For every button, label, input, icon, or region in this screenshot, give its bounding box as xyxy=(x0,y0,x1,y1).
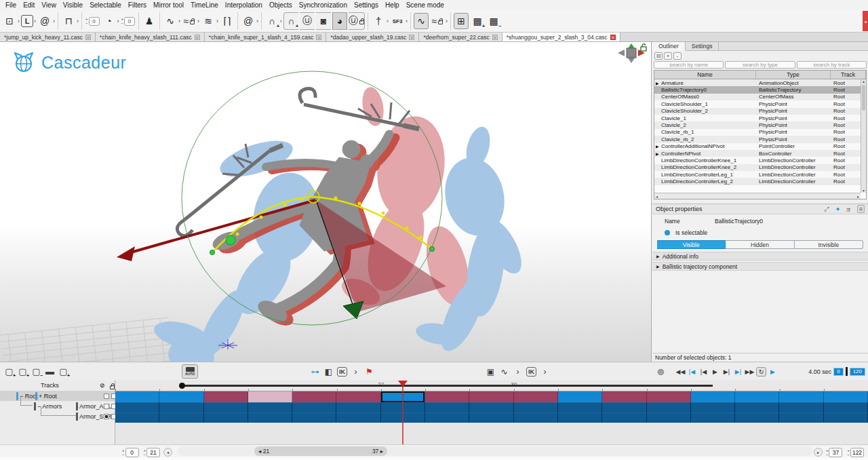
frame-cell[interactable] xyxy=(691,402,735,413)
table-vertical-scrollbar[interactable]: ▲▼ xyxy=(861,79,866,193)
trajectory-tool[interactable]: ∿ xyxy=(163,13,178,29)
tab-close-icon[interactable]: x xyxy=(409,35,414,40)
table-row[interactable]: Clavicle_2 PhysicPoint Root xyxy=(654,121,866,128)
track-visibility-checkbox[interactable] xyxy=(104,404,109,409)
tab-close-icon[interactable]: x xyxy=(492,35,498,40)
remove-interval-button[interactable]: ▢− xyxy=(31,366,41,377)
frame-cell[interactable] xyxy=(248,402,292,413)
tool-chevron[interactable]: › xyxy=(216,18,218,24)
frame-cell[interactable] xyxy=(824,391,868,402)
viewport-scene[interactable] xyxy=(0,42,652,362)
track-row-armor-str[interactable]: Armor_STR xyxy=(0,411,115,421)
frame-cell[interactable] xyxy=(779,413,823,423)
frame-cell[interactable] xyxy=(602,391,646,402)
visibility-option-button[interactable]: Invisible xyxy=(795,240,863,249)
add-interval-after-button[interactable]: ▢+ xyxy=(18,366,28,377)
lock-column-icon[interactable] xyxy=(110,385,115,389)
frame-cell[interactable] xyxy=(558,413,602,423)
tool-chevron[interactable]: › xyxy=(18,18,20,24)
menu-item[interactable]: Filters xyxy=(125,1,150,9)
frame-cell[interactable] xyxy=(647,402,691,413)
interval-add-tool[interactable]: ∩ + xyxy=(283,12,298,30)
frame-cell[interactable] xyxy=(647,391,691,402)
ik-mode-chevron[interactable]: › xyxy=(540,367,550,377)
table-row[interactable]: LimbDirectionControllerLeg_2 LimbDirecti… xyxy=(654,178,866,185)
frame-cell[interactable] xyxy=(735,402,779,413)
scroll-left-button[interactable]: ◂ xyxy=(163,448,172,457)
name-value[interactable]: BallisticTrajectory0 xyxy=(715,218,763,225)
frame-cell[interactable] xyxy=(735,413,779,423)
menu-item[interactable]: Scene mode xyxy=(403,1,448,9)
frame-cell[interactable] xyxy=(336,402,380,413)
fulcrum-point-tool[interactable]: † xyxy=(371,13,386,29)
menu-item[interactable]: View xyxy=(38,1,60,9)
menu-item[interactable]: Selectable xyxy=(86,1,125,9)
visible-end-spinner[interactable]: +− 37 xyxy=(826,448,843,457)
panel-tab[interactable]: Settings xyxy=(686,42,719,50)
interval-spinner-left[interactable]: +− 0 xyxy=(85,17,100,26)
tool-chevron[interactable]: › xyxy=(446,18,448,24)
pie-snap-tool[interactable]: ◕ xyxy=(332,12,347,30)
start-frame-spinner[interactable]: +− 0 xyxy=(122,448,139,457)
table-row[interactable]: LimbDirectionControllerKnee_2 LimbDirect… xyxy=(654,164,866,171)
file-tab[interactable]: *jump_up_kick_heavy_11.casc x xyxy=(0,33,96,41)
file-tab[interactable]: *dadao_upper_slash_19.casc x xyxy=(326,33,419,41)
frame-cell[interactable] xyxy=(425,413,469,423)
timeline-ruler[interactable]: 2730 xyxy=(115,380,868,391)
viewport-3d[interactable]: Cascadeur xyxy=(0,42,652,362)
frame-cell[interactable] xyxy=(248,391,292,402)
tool-chevron[interactable]: › xyxy=(406,18,408,24)
frame-cell[interactable] xyxy=(824,402,868,413)
visibility-column-icon[interactable]: ⊘ xyxy=(100,382,105,389)
autoposing-tool[interactable]: @ xyxy=(37,13,52,29)
selection-tool[interactable]: ⊡ xyxy=(2,13,17,29)
ghost-frames-tool[interactable]: ⌈⌉ xyxy=(220,13,235,29)
frame-cell[interactable] xyxy=(469,402,513,413)
table-row[interactable]: LimbDirectionControllerKnee_1 LimbDirect… xyxy=(654,157,866,164)
menu-item[interactable]: Interpolation xyxy=(222,1,266,9)
frame-cell[interactable] xyxy=(204,413,248,423)
rewind-button[interactable]: ◀◀ xyxy=(675,368,686,375)
expand-arrow-icon[interactable]: ▶ xyxy=(656,151,659,156)
expand-arrow-icon[interactable]: ▶ xyxy=(656,144,659,149)
interval-spinner-right[interactable]: +− 0 xyxy=(121,17,136,26)
mascot-ghost-icon[interactable]: ☻ xyxy=(655,366,667,378)
end-frame-spinner[interactable]: +− 122 xyxy=(847,448,864,457)
secondary-physics-tool[interactable]: SF3 xyxy=(390,13,405,29)
timeline-scrollbar-thumb[interactable]: ◂ 21 37 ▸ xyxy=(254,446,387,456)
frame-cell[interactable] xyxy=(159,413,203,423)
point-settings-icon[interactable]: ● xyxy=(836,206,840,212)
collapsible-section-header[interactable]: ▶ Additional info xyxy=(652,252,868,261)
character-tool[interactable]: ♟ xyxy=(142,13,157,29)
table-row[interactable]: ▶Armature AnimationObject Root xyxy=(654,79,866,86)
fill-interval-button[interactable]: ▬ xyxy=(45,366,55,377)
visible-start-spinner[interactable]: +− 21 xyxy=(144,448,161,457)
interval-line[interactable] xyxy=(182,385,713,387)
table-row[interactable]: ▶ControllerAdditionalNPivot PointControl… xyxy=(654,143,866,150)
frame-cell[interactable] xyxy=(514,402,558,413)
frame-cell[interactable] xyxy=(115,413,159,423)
tool-chevron[interactable]: › xyxy=(53,18,55,24)
frame-cell[interactable] xyxy=(469,391,513,402)
box-snap-tool[interactable]: ◙ xyxy=(316,12,331,30)
column-header-name[interactable]: Name xyxy=(654,71,756,79)
root-track-label[interactable]: + Root xyxy=(39,393,57,400)
fast-forward-button[interactable]: ▶▶ xyxy=(745,368,755,375)
frame-cell[interactable] xyxy=(248,413,292,423)
toolbar-collapse-button[interactable]: ◂ xyxy=(863,11,868,31)
frame-cell[interactable] xyxy=(602,402,646,413)
loop-button[interactable]: ↻ xyxy=(756,367,766,377)
expand-all-button[interactable]: + xyxy=(664,52,672,60)
frame-cell[interactable] xyxy=(425,402,469,413)
rotation-center-tool[interactable]: @ xyxy=(241,13,256,29)
add-interval-button[interactable]: ▢+ xyxy=(4,366,14,377)
menu-item[interactable]: Settings xyxy=(351,1,382,9)
range-divider[interactable] xyxy=(846,367,848,376)
menu-item[interactable]: Help xyxy=(382,1,403,9)
table-row[interactable]: BallisticTrajectory0 BallisticTrajectory… xyxy=(654,86,866,93)
tab-close-icon[interactable]: x xyxy=(610,35,616,40)
interpolation-curve-button[interactable]: ∿ xyxy=(499,367,509,377)
link-params-icon[interactable]: ⤢ xyxy=(825,206,829,213)
visibility-option-button[interactable]: Visible xyxy=(657,240,726,249)
table-row[interactable]: ClavicleShoulder_1 PhysicPoint Root xyxy=(654,100,866,107)
